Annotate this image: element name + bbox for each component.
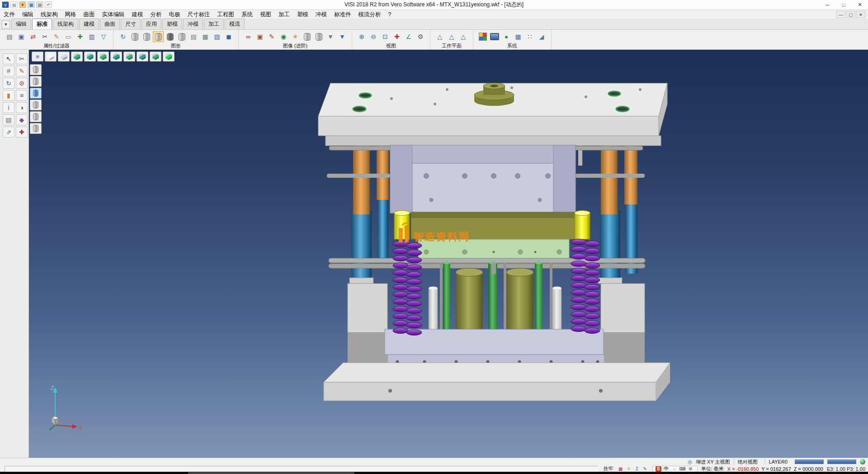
point-grid-icon[interactable] <box>524 31 535 42</box>
ime-smiley-icon[interactable]: ☺ <box>671 466 678 472</box>
menu-standard-parts[interactable]: 标准件 <box>330 10 355 19</box>
cut-icon[interactable] <box>39 31 50 42</box>
workplane-align-icon[interactable] <box>458 31 469 42</box>
tab-modelling[interactable]: 建模 <box>79 19 99 29</box>
slope-icon[interactable] <box>536 31 547 42</box>
edit-attributes-icon[interactable] <box>51 31 62 42</box>
sketch-icon[interactable] <box>16 66 28 76</box>
color-palette-icon[interactable] <box>477 31 488 42</box>
new-file-icon[interactable]: ▤ <box>10 1 18 8</box>
zoom-in-icon[interactable] <box>356 31 367 42</box>
tab-mould[interactable]: 塑模 <box>162 19 182 29</box>
menu-file[interactable]: 文件 <box>0 10 19 19</box>
tab-overflow-button[interactable]: ▼ <box>2 20 10 28</box>
ime-mode-toggle[interactable]: 中 <box>664 465 669 472</box>
fill-icon[interactable] <box>3 90 14 101</box>
tab-machining[interactable]: 加工 <box>204 19 224 29</box>
menu-system[interactable]: 系统 <box>238 10 256 19</box>
measure-icon[interactable] <box>16 127 28 137</box>
grid-toggle-icon[interactable]: ▦ <box>617 466 624 472</box>
share-icon[interactable] <box>3 127 14 137</box>
ime-logo-icon[interactable]: S <box>656 466 661 472</box>
menu-machining[interactable]: 加工 <box>275 10 293 19</box>
menu-analysis[interactable]: 分析 <box>147 10 165 19</box>
ime-keyboard-icon[interactable]: ⌨ <box>679 466 686 472</box>
status-sphere-icon[interactable] <box>860 459 865 465</box>
monitor-icon[interactable] <box>489 31 500 42</box>
box-grid-icon[interactable] <box>212 31 222 42</box>
menu-drafting[interactable]: 工程图 <box>214 10 238 19</box>
bottom-view-icon[interactable] <box>150 52 161 62</box>
back-view-icon[interactable] <box>97 52 109 62</box>
copy-filter-icon[interactable] <box>86 31 97 42</box>
workplane-edit-icon[interactable] <box>446 31 457 42</box>
right-view-icon[interactable] <box>123 52 135 62</box>
viewport-canvas[interactable]: 智造资料网 Z X <box>29 50 868 458</box>
axonometric-icon[interactable] <box>392 31 402 42</box>
light-toggle-icon[interactable]: ☀ <box>625 466 632 472</box>
hidden-line-cylinder-icon[interactable] <box>141 31 152 42</box>
info-icon[interactable] <box>3 102 14 113</box>
zoom-out-icon[interactable] <box>368 31 379 42</box>
select-icon[interactable] <box>3 53 14 64</box>
tab-wireframe[interactable]: 线架构 <box>53 19 78 29</box>
stamp-icon[interactable] <box>4 31 15 42</box>
iso-view-icon[interactable] <box>71 52 83 62</box>
doc-restore-button[interactable]: ▢ <box>846 11 855 18</box>
tab-standard[interactable]: 标准 <box>32 19 52 29</box>
notes-icon[interactable] <box>3 114 14 125</box>
annotate-icon[interactable]: ✎ <box>642 466 649 472</box>
table-icon[interactable] <box>513 31 524 42</box>
globe-icon[interactable] <box>501 31 512 42</box>
clip-plane-icon[interactable] <box>337 31 348 42</box>
filter-active-icon[interactable] <box>30 88 42 99</box>
maximize-button[interactable]: □ <box>835 0 852 10</box>
tab-stamping[interactable]: 冲模 <box>183 19 203 29</box>
menu-surface[interactable]: 曲面 <box>80 10 99 19</box>
preview-icon[interactable] <box>16 31 27 42</box>
view-mode-icon[interactable]: ◎ <box>688 459 692 465</box>
eye-icon[interactable] <box>278 31 289 42</box>
save-file-icon[interactable]: ▦ <box>28 1 35 8</box>
filter-wire-icon[interactable] <box>30 100 42 110</box>
dynamic-view-icon[interactable] <box>163 52 175 62</box>
wireframe-cylinder-icon[interactable] <box>129 31 140 42</box>
rotate-icon[interactable] <box>3 78 14 89</box>
undo-icon[interactable]: ↶ <box>45 1 52 8</box>
rendered-cylinder-icon[interactable] <box>165 31 175 42</box>
menu-dimensioning[interactable]: 尺寸标注 <box>184 10 214 19</box>
menu-view[interactable]: 视图 <box>256 10 275 19</box>
tab-surface[interactable]: 曲面 <box>100 19 120 29</box>
swap-filter-icon[interactable] <box>28 31 38 42</box>
sparkle-icon[interactable] <box>290 31 301 42</box>
menu-solid-edit[interactable]: 实体编辑 <box>99 10 128 19</box>
menu-modelling[interactable]: 建模 <box>128 10 147 19</box>
absolute-view-label[interactable]: 绝对视图 <box>734 459 761 465</box>
filter-solid-icon[interactable] <box>30 64 42 75</box>
ime-tools-icon[interactable]: ⚙ <box>687 466 694 472</box>
menu-flow-analysis[interactable]: 模流分析 <box>355 10 385 19</box>
section-cylinder-icon[interactable] <box>302 31 312 42</box>
funnel-section-icon[interactable] <box>325 31 336 42</box>
trim-icon[interactable] <box>16 53 28 64</box>
view-menu-icon[interactable]: ≡ <box>32 52 43 62</box>
layer2-icon[interactable]: 2 <box>633 466 641 472</box>
doc-minimize-button[interactable]: — <box>836 11 845 18</box>
history-icon[interactable] <box>16 102 28 113</box>
glasses-icon[interactable] <box>243 31 254 42</box>
filter-point-icon[interactable] <box>30 111 42 122</box>
menu-mesh[interactable]: 网格 <box>61 10 80 19</box>
move-filter-icon[interactable] <box>75 31 85 42</box>
delete-icon[interactable] <box>16 78 28 89</box>
doc-close-button[interactable]: ✕ <box>856 11 865 18</box>
filter-icon[interactable] <box>98 31 109 42</box>
tab-flow[interactable]: 模流 <box>225 19 245 29</box>
menu-edit[interactable]: 编辑 <box>19 10 37 19</box>
left-view-icon[interactable] <box>110 52 122 62</box>
layer-indicator[interactable]: LAYER0 <box>765 459 791 465</box>
shaded-cylinder-icon[interactable] <box>153 31 164 42</box>
menu-stamping[interactable]: 冲模 <box>312 10 330 19</box>
redraw-icon[interactable] <box>118 31 128 42</box>
box-3d-icon[interactable] <box>255 31 265 42</box>
solid-box-icon[interactable] <box>223 31 234 42</box>
